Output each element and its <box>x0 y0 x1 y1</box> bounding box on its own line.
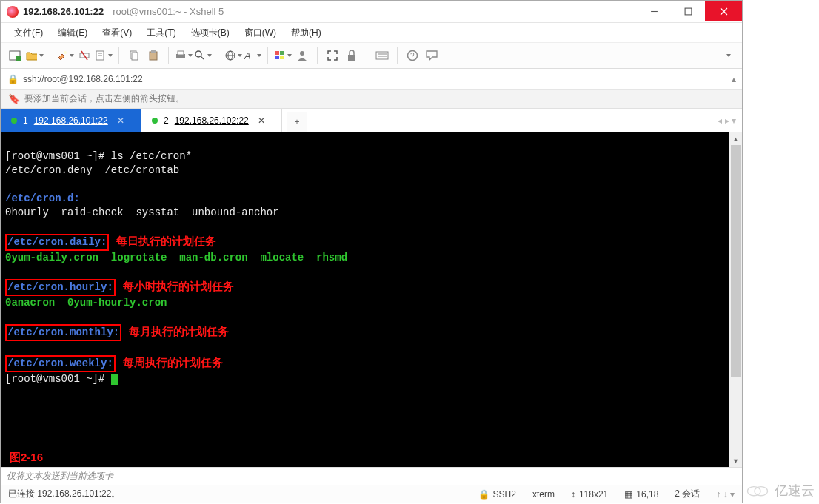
menu-window[interactable]: 窗口(W) <box>238 24 282 41</box>
add-tab-button[interactable]: + <box>287 112 307 132</box>
close-button[interactable] <box>705 1 742 21</box>
svg-rect-32 <box>376 52 388 59</box>
help-icon[interactable]: ? <box>404 47 421 64</box>
title-sub: root@vms001:~ - Xshell 5 <box>113 6 224 17</box>
svg-rect-29 <box>280 56 284 59</box>
watermark-text: 亿速云 <box>775 482 815 500</box>
lock-small-icon: 🔒 <box>478 489 489 500</box>
scroll-down-icon[interactable]: ▼ <box>729 454 742 467</box>
reconnect-icon[interactable] <box>56 47 74 64</box>
prompt-line: [root@vms001 ~]# ls /etc/cron* <box>5 150 192 162</box>
svg-line-10 <box>81 51 87 60</box>
title-host: 192.168.26.101:22 <box>23 6 104 17</box>
maximize-button[interactable] <box>671 1 705 21</box>
status-bar: 已连接 192.168.26.101:22。 🔒SSH2 xterm ↕118x… <box>1 485 742 503</box>
dir-header-daily: /etc/cron.daily: <box>7 236 107 248</box>
fullscreen-icon[interactable] <box>324 47 341 64</box>
menu-view[interactable]: 查看(V) <box>96 24 138 41</box>
font-icon[interactable]: A <box>244 47 261 64</box>
color-icon[interactable] <box>274 47 292 64</box>
svg-point-30 <box>300 51 304 56</box>
output-line: 0yum-daily.cron logrotate man-db.cron ml… <box>5 252 347 263</box>
session-tabs: 1 192.168.26.101:22 ✕ 2 192.168.26.102:2… <box>1 109 742 132</box>
cursor <box>111 374 118 385</box>
separator <box>367 47 367 64</box>
scroll-up-icon[interactable]: ▲ <box>729 132 742 145</box>
terminal[interactable]: [root@vms001 ~]# ls /etc/cron* /etc/cron… <box>1 132 729 467</box>
address-collapse-icon[interactable]: ▴ <box>726 74 742 84</box>
separator <box>218 47 218 64</box>
session-tab-1[interactable]: 1 192.168.26.101:22 ✕ <box>1 109 141 132</box>
output-line: 0anacron 0yum-hourly.cron <box>5 297 167 309</box>
status-dot-icon <box>11 118 17 124</box>
paste-icon[interactable] <box>144 47 162 64</box>
keyboard-icon[interactable] <box>373 47 391 64</box>
send-to-tab-hint[interactable]: 仅将文本发送到当前选项卡 <box>1 467 742 485</box>
dir-header-hourly: /etc/cron.hourly: <box>7 281 113 293</box>
tab-close-icon[interactable]: ✕ <box>258 115 265 126</box>
menu-edit[interactable]: 编辑(E) <box>52 24 93 41</box>
menu-tabs[interactable]: 选项卡(B) <box>185 24 235 41</box>
tab-label: 192.168.26.102:22 <box>175 115 249 126</box>
annotation-hourly: 每小时执行的计划任务 <box>123 280 234 292</box>
svg-rect-27 <box>280 51 284 55</box>
open-session-icon[interactable] <box>26 47 44 64</box>
toolbar: A ? <box>1 42 742 69</box>
new-session-icon[interactable] <box>7 47 24 64</box>
profile-icon[interactable] <box>293 47 311 64</box>
svg-rect-17 <box>151 50 156 53</box>
toolbar-overflow-icon[interactable] <box>718 47 736 64</box>
titlebar: 192.168.26.101:22 root@vms001:~ - Xshell… <box>1 1 742 23</box>
separator <box>267 47 268 64</box>
address-bar: 🔒 ssh://root@192.168.26.101:22 ▴ <box>1 69 742 90</box>
svg-rect-15 <box>132 53 138 60</box>
find-icon[interactable] <box>194 47 212 64</box>
svg-rect-28 <box>275 56 279 59</box>
scroll-thumb[interactable] <box>731 145 741 377</box>
svg-rect-19 <box>178 51 184 55</box>
menu-help[interactable]: 帮助(H) <box>285 24 327 41</box>
annotation-daily: 每日执行的计划任务 <box>116 235 216 247</box>
terminal-scrollbar[interactable]: ▲ ▼ <box>729 132 742 467</box>
svg-point-20 <box>195 51 201 57</box>
tab-number: 1 <box>23 115 28 126</box>
encoding-icon[interactable] <box>224 47 242 64</box>
scroll-track[interactable] <box>729 145 742 454</box>
output-line: /etc/cron.deny /etc/crontab <box>5 164 179 176</box>
watermark: 亿速云 <box>745 482 815 500</box>
menu-file[interactable]: 文件(F) <box>8 24 49 41</box>
tab-close-icon[interactable]: ✕ <box>117 115 124 126</box>
minimize-button[interactable] <box>637 1 671 21</box>
tab-scroll-arrows[interactable]: ◂ ▸ ▾ <box>712 109 742 132</box>
separator <box>397 47 398 64</box>
lock-icon[interactable] <box>343 47 361 64</box>
resize-icon: ↕ <box>571 489 575 500</box>
chat-icon[interactable] <box>423 47 441 64</box>
copy-icon[interactable] <box>125 47 143 64</box>
send-hint-text: 仅将文本发送到当前选项卡 <box>7 470 113 483</box>
hint-text: 要添加当前会话，点击左侧的箭头按钮。 <box>24 93 184 105</box>
status-protocol: 🔒SSH2 <box>478 489 516 500</box>
app-icon <box>7 6 19 18</box>
disconnect-icon[interactable] <box>76 47 93 64</box>
status-cursor-pos: ▦16,18 <box>624 489 658 500</box>
separator <box>317 47 318 64</box>
status-nav[interactable]: ↑ ↓ ▾ <box>716 489 735 500</box>
status-sessions: 2 会话 <box>675 488 700 500</box>
annotation-weekly: 每周执行的计划任务 <box>123 356 223 369</box>
properties-icon[interactable] <box>95 47 113 64</box>
menu-tools[interactable]: 工具(T) <box>141 24 181 41</box>
svg-rect-1 <box>685 8 692 15</box>
prompt-line: [root@vms001 ~]# <box>5 373 111 385</box>
ssh-lock-icon: 🔒 <box>5 74 20 84</box>
dir-header: /etc/cron.d: <box>5 192 80 204</box>
grid-icon: ▦ <box>624 489 632 500</box>
session-tab-2[interactable]: 2 192.168.26.102:22 ✕ <box>141 109 282 132</box>
print-icon[interactable] <box>175 47 193 64</box>
tab-number: 2 <box>164 115 169 126</box>
separator <box>168 47 169 64</box>
dir-header-monthly: /etc/cron.monthly: <box>7 326 119 338</box>
svg-point-8 <box>64 51 67 54</box>
address-text[interactable]: ssh://root@192.168.26.101:22 <box>20 74 726 84</box>
svg-rect-31 <box>348 55 355 61</box>
